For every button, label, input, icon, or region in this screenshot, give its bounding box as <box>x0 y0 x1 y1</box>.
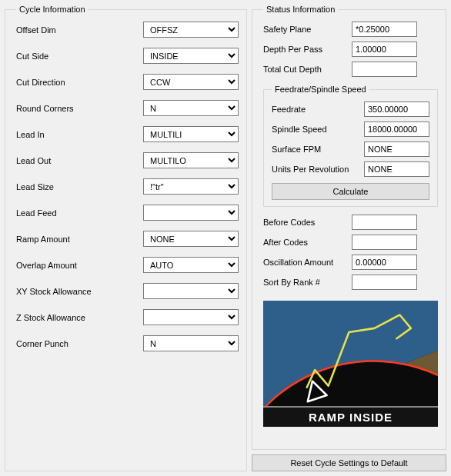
round-corners-label: Round Corners <box>16 104 143 113</box>
cut-direction-label: Cut Direction <box>16 78 143 87</box>
sort-by-rank-input[interactable] <box>352 275 417 290</box>
surface-fpm-input[interactable] <box>364 141 429 157</box>
cut-side-select[interactable]: INSIDE <box>143 48 239 64</box>
after-codes-label: After Codes <box>263 238 352 247</box>
feedrate-spindle-group: Feedrate/Spindle Speed Feedrate Spindle … <box>263 85 438 207</box>
offset-dim-select[interactable]: OFFSZ <box>143 22 239 38</box>
feedrate-input[interactable] <box>364 102 429 117</box>
lead-feed-label: Lead Feed <box>16 208 143 218</box>
sort-by-rank-label: Sort By Rank # <box>263 278 352 287</box>
oscillation-label: Oscillation Amount <box>263 258 352 267</box>
units-per-rev-label: Units Per Revolution <box>272 165 364 174</box>
xy-stock-select[interactable] <box>143 283 239 299</box>
safety-plane-label: Safety Plane <box>263 25 352 34</box>
preview-image: RAMP INSIDE <box>263 301 438 427</box>
lead-feed-select[interactable] <box>143 205 239 221</box>
overlap-amount-label: Overlap Amount <box>16 261 143 270</box>
round-corners-select[interactable]: N <box>143 100 239 116</box>
status-legend: Status Information <box>263 5 338 14</box>
ramp-amount-label: Ramp Amount <box>16 235 143 244</box>
cycle-legend: Cycle Information <box>16 5 89 14</box>
lead-in-select[interactable]: MULTILI <box>143 126 239 142</box>
before-codes-label: Before Codes <box>263 218 352 227</box>
depth-per-pass-label: Depth Per Pass <box>263 45 352 54</box>
ramp-amount-select[interactable]: NONE <box>143 231 239 247</box>
before-codes-input[interactable] <box>352 215 417 230</box>
feedrate-label: Feedrate <box>272 105 364 114</box>
spindle-speed-input[interactable] <box>364 121 429 137</box>
safety-plane-input[interactable] <box>352 22 417 37</box>
oscillation-input[interactable] <box>352 255 417 270</box>
feedrate-legend: Feedrate/Spindle Speed <box>272 85 369 94</box>
lead-size-select[interactable]: !"tr" <box>143 178 239 195</box>
status-information-group: Status Information Safety Plane Depth Pe… <box>252 5 446 450</box>
depth-per-pass-input[interactable] <box>352 42 417 57</box>
xy-stock-label: XY Stock Allowance <box>16 287 143 296</box>
surface-fpm-label: Surface FPM <box>272 145 364 154</box>
z-stock-label: Z Stock Allowance <box>16 313 143 322</box>
cycle-information-group: Cycle Information Offset Dim OFFSZ Cut S… <box>5 5 247 471</box>
overlap-amount-select[interactable]: AUTO <box>143 257 239 273</box>
total-cut-depth-label: Total Cut Depth <box>263 65 352 74</box>
corner-punch-select[interactable]: N <box>143 335 239 351</box>
lead-out-label: Lead Out <box>16 156 143 165</box>
spindle-speed-label: Spindle Speed <box>272 125 364 134</box>
preview-caption: RAMP INSIDE <box>263 406 438 427</box>
total-cut-depth-input[interactable] <box>352 62 417 77</box>
units-per-rev-input[interactable] <box>364 161 429 177</box>
offset-dim-label: Offset Dim <box>16 25 143 35</box>
calculate-button[interactable]: Calculate <box>272 183 429 200</box>
lead-in-label: Lead In <box>16 130 143 139</box>
cut-side-label: Cut Side <box>16 52 143 61</box>
reset-button[interactable]: Reset Cycle Settings to Default <box>252 454 446 471</box>
cut-direction-select[interactable]: CCW <box>143 74 239 90</box>
lead-out-select[interactable]: MULTILO <box>143 152 239 168</box>
z-stock-select[interactable] <box>143 309 239 325</box>
corner-punch-label: Corner Punch <box>16 339 143 348</box>
after-codes-input[interactable] <box>352 235 417 250</box>
lead-size-label: Lead Size <box>16 182 143 191</box>
